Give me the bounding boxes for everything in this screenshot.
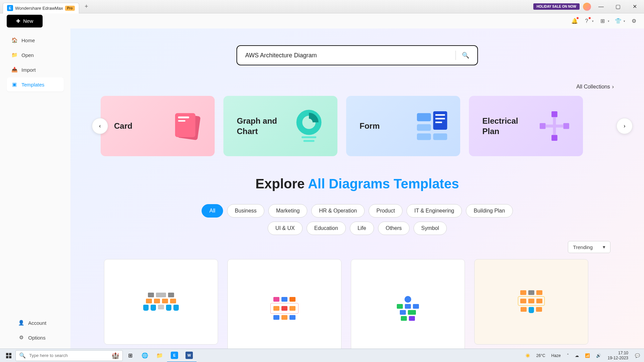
sidebar-item-home[interactable]: 🏠 Home: [7, 33, 64, 47]
taskbar-clock[interactable]: 17:10 19-12-2023: [605, 351, 631, 360]
taskbar-search-input[interactable]: [29, 353, 108, 358]
carousel-prev-button[interactable]: ‹: [92, 118, 108, 134]
main-content: 🔍 All Collections › ‹ Card Graph and Cha…: [70, 28, 644, 349]
circuit-icon: [536, 108, 573, 144]
svg-rect-18: [563, 123, 569, 129]
category-card-graph[interactable]: Graph and Chart: [223, 96, 337, 156]
taskbar-edrawmax-icon[interactable]: E: [167, 349, 182, 362]
chevron-down-icon: ▾: [624, 19, 625, 23]
pro-badge: Pro: [65, 6, 75, 11]
taskbar-search[interactable]: 🔍 🏰: [15, 350, 123, 361]
maximize-button[interactable]: ▢: [611, 2, 625, 12]
search-button[interactable]: 🔍: [462, 52, 469, 59]
explore-heading: Explore All Diagrams Templates: [80, 176, 634, 191]
close-button[interactable]: ✕: [628, 2, 641, 12]
sidebar-item-label: Account: [28, 320, 46, 326]
weather-icon[interactable]: ☀️: [523, 353, 532, 358]
chip-building-plan[interactable]: Building Plan: [466, 204, 513, 218]
svg-rect-7: [417, 113, 431, 121]
shirt-icon[interactable]: 👕: [615, 18, 622, 24]
chip-others[interactable]: Others: [378, 222, 410, 235]
app-title: Wondershare EdrawMax: [15, 6, 63, 11]
help-icon[interactable]: ?: [583, 18, 590, 24]
chip-life[interactable]: Life: [350, 222, 374, 235]
svg-rect-11: [433, 133, 447, 140]
explore-prefix: Explore: [256, 176, 308, 191]
category-card-electrical[interactable]: Electrical Plan: [469, 96, 583, 156]
taskbar-edge-icon[interactable]: 🌐: [138, 349, 152, 362]
apps-grid-icon[interactable]: ⊞: [599, 18, 606, 24]
all-collections-link[interactable]: All Collections ›: [576, 84, 614, 90]
chevron-right-icon: ›: [612, 84, 614, 90]
template-card[interactable]: [351, 259, 465, 349]
template-card[interactable]: AWS Architecture Diagram 👁836 ♡17 ⬇245 C…: [104, 259, 218, 349]
new-button[interactable]: ✚ New: [7, 15, 43, 27]
task-view-button[interactable]: ⊞: [123, 349, 138, 362]
volume-icon[interactable]: 🔊: [594, 353, 603, 358]
sidebar-item-account[interactable]: 👤 Account: [13, 316, 70, 330]
carousel-next-button[interactable]: ›: [616, 118, 633, 134]
all-collections-label: All Collections: [576, 84, 610, 90]
home-icon: 🏠: [11, 37, 17, 43]
category-card-form[interactable]: Form: [346, 96, 460, 156]
chip-ui-ux[interactable]: UI & UX: [268, 222, 303, 235]
weather-temp[interactable]: 26°C: [534, 353, 547, 358]
wifi-icon[interactable]: 📶: [583, 353, 592, 358]
tray-chevron-up-icon[interactable]: ˄: [565, 353, 571, 358]
sidebar-item-import[interactable]: 📥 Import: [7, 63, 64, 77]
chip-all[interactable]: All: [202, 204, 223, 218]
onedrive-icon[interactable]: ☁: [573, 353, 581, 358]
chip-hr-operation[interactable]: HR & Operation: [311, 204, 365, 218]
settings-gear-icon[interactable]: ⚙: [631, 18, 637, 24]
donut-chart-icon: [290, 108, 327, 144]
svg-rect-10: [417, 133, 431, 140]
sidebar-item-open[interactable]: 📁 Open: [7, 48, 64, 62]
svg-rect-24: [9, 356, 11, 358]
chip-marketing[interactable]: Marketing: [268, 204, 307, 218]
app-tab[interactable]: E Wondershare EdrawMax Pro: [3, 3, 79, 13]
chip-product[interactable]: Product: [369, 204, 402, 218]
card-stack-icon: [168, 108, 205, 144]
taskbar-explorer-icon[interactable]: 📁: [152, 349, 167, 362]
category-card-card[interactable]: Card: [101, 96, 215, 156]
chip-symbol[interactable]: Symbol: [414, 222, 447, 235]
template-thumbnail: [227, 259, 341, 349]
chip-business[interactable]: Business: [227, 204, 264, 218]
sidebar-item-label: Templates: [21, 82, 44, 87]
search-input[interactable]: [245, 52, 449, 59]
sidebar-item-label: Options: [28, 335, 46, 341]
chip-it-engineering[interactable]: IT & Engineering: [407, 204, 462, 218]
svg-rect-20: [546, 125, 564, 128]
new-tab-button[interactable]: +: [82, 2, 91, 11]
form-icon: [413, 108, 450, 144]
taskbar-word-icon[interactable]: W: [182, 349, 197, 362]
template-card[interactable]: [227, 259, 341, 349]
chip-education[interactable]: Education: [307, 222, 346, 235]
toolbar: ✚ New 🔔 ?▾ ⊞▾ 👕▾ ⚙: [0, 13, 644, 28]
category-carousel: ‹ Card Graph and Chart Form Electrical P…: [80, 96, 634, 156]
search-box: 🔍: [236, 45, 478, 65]
sidebar-item-options[interactable]: ⚙ Options: [13, 330, 70, 345]
sidebar-item-templates[interactable]: ▣ Templates: [7, 77, 64, 92]
action-center-icon[interactable]: 💬: [633, 353, 642, 358]
template-card[interactable]: AWS Architecture Diagram With AWS Cloud …: [474, 259, 588, 349]
holiday-sale-badge[interactable]: HOLIDAY SALE ON NOW: [533, 3, 580, 10]
template-thumbnail: [474, 259, 588, 345]
svg-rect-5: [302, 136, 316, 138]
svg-rect-3: [178, 120, 185, 121]
user-avatar[interactable]: [583, 3, 591, 11]
sort-label: Trending: [573, 244, 593, 250]
windows-taskbar: 🔍 🏰 ⊞ 🌐 📁 E W ☀️ 26°C Haze ˄ ☁ 📶 🔊 17:10…: [0, 349, 644, 362]
notification-bell-icon[interactable]: 🔔: [571, 18, 578, 24]
svg-rect-22: [9, 353, 11, 355]
account-icon: 👤: [18, 320, 24, 326]
import-icon: 📥: [11, 67, 17, 73]
sort-dropdown[interactable]: Trending ▾: [568, 241, 610, 253]
start-button[interactable]: [2, 349, 15, 362]
chevron-down-icon: ▾: [592, 19, 594, 23]
weather-condition: Haze: [549, 353, 563, 358]
category-label: Electrical Plan: [482, 116, 529, 136]
minimize-button[interactable]: —: [594, 2, 608, 12]
sidebar-item-label: Home: [21, 38, 35, 43]
category-label: Graph and Chart: [237, 116, 284, 136]
